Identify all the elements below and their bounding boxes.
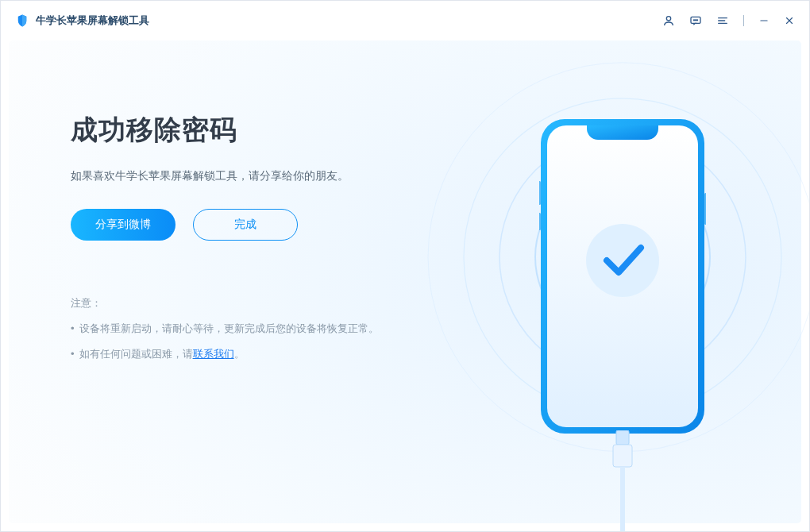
notice-block: 注意： • 设备将重新启动，请耐心等待，更新完成后您的设备将恢复正常。 • 如有… [71, 296, 429, 361]
phone-illustration [539, 118, 706, 446]
svg-rect-19 [539, 213, 541, 230]
done-button-label: 完成 [234, 218, 256, 232]
notice-text-2: 如有任何问题或困难，请联系我们。 [79, 347, 245, 361]
minimize-button[interactable] [758, 15, 770, 26]
notice-title: 注意： [71, 296, 429, 310]
close-button[interactable] [784, 15, 795, 26]
app-title: 牛学长苹果屏幕解锁工具 [36, 13, 149, 28]
svg-point-4 [696, 20, 697, 21]
svg-point-0 [666, 17, 670, 21]
svg-point-3 [695, 20, 696, 21]
svg-point-17 [586, 224, 659, 297]
share-button-label: 分享到微博 [95, 218, 151, 232]
headline: 成功移除密码 [71, 112, 429, 148]
notice-item-1: • 设备将重新启动，请耐心等待，更新完成后您的设备将恢复正常。 [71, 322, 429, 336]
notice-item-2: • 如有任何问题或困难，请联系我们。 [71, 347, 429, 361]
app-logo-icon [15, 13, 29, 28]
bullet-icon: • [71, 348, 75, 360]
notice-2-prefix: 如有任何问题或困难，请 [79, 348, 193, 360]
feedback-button[interactable] [689, 14, 702, 27]
notice-2-suffix: 。 [234, 348, 245, 360]
bullet-icon: • [71, 322, 75, 334]
divider [743, 15, 744, 26]
subtext: 如果喜欢牛学长苹果屏幕解锁工具，请分享给你的朋友。 [71, 169, 429, 183]
notice-text-1: 设备将重新启动，请耐心等待，更新完成后您的设备将恢复正常。 [79, 322, 379, 336]
contact-link[interactable]: 联系我们 [193, 348, 234, 360]
right-column [445, 40, 801, 523]
svg-point-2 [693, 20, 694, 21]
title-left: 牛学长苹果屏幕解锁工具 [15, 13, 149, 28]
svg-rect-20 [704, 193, 706, 225]
done-button[interactable]: 完成 [193, 209, 298, 241]
content-area: 成功移除密码 如果喜欢牛学长苹果屏幕解锁工具，请分享给你的朋友。 分享到微博 完… [9, 40, 801, 523]
cable-icon [607, 430, 638, 532]
title-right [662, 14, 795, 27]
button-row: 分享到微博 完成 [71, 209, 429, 241]
svg-rect-23 [620, 467, 625, 532]
left-column: 成功移除密码 如果喜欢牛学长苹果屏幕解锁工具，请分享给你的朋友。 分享到微博 完… [9, 40, 445, 523]
menu-button[interactable] [716, 14, 729, 27]
share-button[interactable]: 分享到微博 [71, 209, 176, 241]
svg-rect-18 [539, 181, 541, 205]
title-bar: 牛学长苹果屏幕解锁工具 [1, 1, 809, 40]
svg-rect-22 [613, 445, 632, 467]
user-button[interactable] [662, 14, 675, 27]
